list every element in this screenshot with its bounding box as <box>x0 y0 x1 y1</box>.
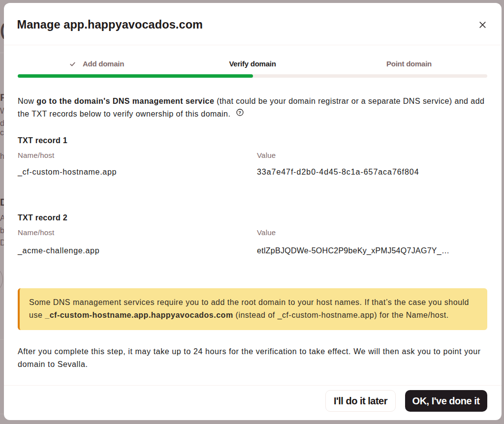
svg-text:?: ? <box>239 110 242 115</box>
